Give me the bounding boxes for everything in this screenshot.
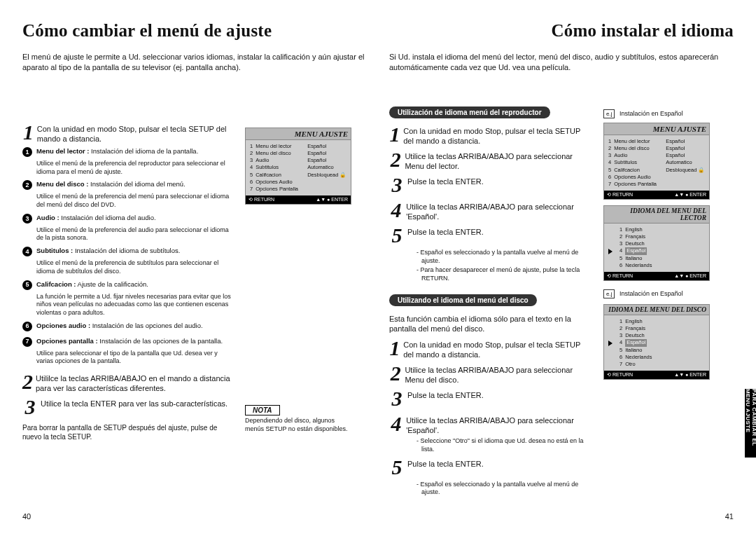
steps-b: 1Con la unidad en modo Stop, pulsar el t… (389, 336, 592, 436)
menu-row: 4SubtitulosAutomatico (250, 164, 346, 171)
step-text: Utilice la teclas ARRIBA/ABAJO para sele… (406, 198, 592, 222)
option-item: 1Menu del lector : Instalación del idiom… (22, 147, 232, 157)
intro-text: El menú de ajuste le permite a Ud. selec… (22, 52, 367, 73)
bullet-subtext: La función le permite a Ud. fijar nivele… (22, 293, 232, 317)
page-41: Cómo instalar el idioma Si Ud. instala e… (378, 0, 756, 536)
right-graphics: e.j Instalación en Español MENU AJUSTE1M… (603, 109, 722, 304)
page-number: 40 (22, 512, 31, 521)
option-item: 5Califcacion : Ajuste de la calificación… (22, 280, 232, 290)
step-1: 1 Con la unidad en modo Stop, pulsar el … (22, 121, 232, 144)
menu-row: 1Menu del lectorEspañol (250, 143, 346, 150)
notes-b2: - Español es seleccionado y la pantalla … (389, 481, 592, 497)
bullet-text: Opciones audio : Instalación de las opci… (36, 322, 203, 331)
panel-header: IDIOMA DEL MENU DEL LECTOR (604, 206, 709, 224)
step-text: Pulse la tecla ENTER. (407, 455, 484, 469)
menu-row: 6Opciones Audio (250, 179, 346, 186)
erase-note: Para borrar la pantalla de SETUP después… (22, 423, 232, 441)
section-tab: PARA CAMBIAR EL MENU AJUSTE (745, 389, 756, 458)
note-line: - Seleccione "Otro" si el idioma que Ud.… (413, 437, 592, 453)
menu-row: 4SubtitulosAutomatico (608, 159, 705, 166)
step-number: 5 (389, 455, 405, 479)
screen-idioma-disco: IDIOMA DEL MENU DEL DISCO1English2França… (603, 304, 710, 380)
notes-a: - Español es seleccionado y la pantalla … (389, 249, 592, 283)
option-list: 1Menu del lector : Instalación del idiom… (22, 147, 232, 366)
steps-a: 1Con la unidad en modo Stop, pulsar el t… (389, 123, 592, 247)
panel-header: MENU AJUSTE (246, 128, 351, 140)
bullet-number-icon: 6 (22, 322, 32, 331)
lang-row: 7Otro (608, 361, 705, 368)
ej-text: Instalación en Español (620, 290, 683, 297)
bullet-text: Subtitulos : Instalación del idioma de s… (36, 247, 180, 256)
manual-spread: Cómo cambiar el menú de ajuste El menú d… (0, 0, 756, 536)
bullet-number-icon: 7 (22, 337, 32, 347)
bullet-subtext: Utilice el menú de la preferencia del me… (22, 193, 232, 209)
menu-row: 3AudioEspañol (250, 157, 346, 164)
ej-row: e.j Instalación en Español (603, 109, 722, 118)
panel-footer: ⟲ RETURN▲▼ ● ENTER (604, 272, 709, 280)
step-number: 3 (22, 395, 38, 419)
step: 4Utilice la teclas ARRIBA/ABAJO para sel… (389, 198, 592, 222)
menu-row: 3AudioEspañol (608, 152, 705, 159)
step-text: Utililce la teclas ARRIBA/ABAJO en el ma… (36, 370, 232, 394)
intro-text: Si Ud. instala el idioma del menú del le… (389, 52, 734, 73)
step-text: Utilice la teclas ARRIBA/ABAJO para sele… (405, 362, 592, 385)
bullet-text: Audio : Instalación del idioma del audio… (36, 214, 156, 224)
bullet-subtext: Utilice para seleccionar el tipo de la p… (22, 350, 232, 366)
ej-badge: e.j (603, 109, 615, 118)
bullet-number-icon: 2 (22, 180, 32, 190)
page-40: Cómo cambiar el menú de ajuste El menú d… (0, 0, 378, 536)
menu-row: 5CalifcacionDesbloquead 🔒 (608, 167, 705, 174)
panel-header: MENU AJUSTE (604, 123, 709, 135)
step-text: Utilice la teclas ARRIBA/ABAJO para sele… (405, 148, 592, 172)
selection-marker-icon (608, 341, 612, 346)
ej-text: Instalación en Español (620, 110, 683, 117)
bullet-text: Opciones pantalla : Instalación de las o… (36, 337, 223, 347)
menu-row: 1Menu del lectorEspañol (608, 138, 705, 145)
step-number: 4 (389, 198, 403, 222)
step-2: 2 Utililce la teclas ARRIBA/ABAJO en el … (22, 370, 232, 394)
step-text: Pulse la tecla ENTER. (407, 224, 484, 238)
step-number: 1 (389, 336, 400, 360)
step-number: 1 (389, 123, 400, 146)
ej-badge: e.j (603, 289, 615, 298)
selection-marker-icon (608, 249, 612, 254)
lang-row: 5Italiano (608, 347, 705, 354)
step-number: 5 (389, 224, 405, 247)
page-title: Cómo instalar el idioma (389, 21, 734, 41)
step-number: 3 (389, 173, 405, 197)
step-5b: 5 Pulse la tecla ENTER. (389, 455, 592, 479)
step-text: Con la unidad en modo Stop, pulsar el te… (37, 121, 232, 144)
lang-row: 5Italiano (608, 255, 705, 262)
option-item: 2Menu del disco : Instalación del idioma… (22, 180, 232, 190)
step-text: Pulse la tecla ENTER. (407, 387, 484, 401)
menu-row: 7Opciones Pantalla (250, 186, 346, 193)
panel-footer: ⟲ RETURN▲▼ ● ENTER (604, 191, 709, 199)
note-line: - Español es seleccionado y la pantalla … (413, 481, 592, 497)
screen-menu-ajuste: MENU AJUSTE1Menu del lectorEspañol2Menu … (245, 128, 351, 205)
step-number: 2 (389, 148, 402, 172)
bullet-subtext: Utilice el menú de la preferencia del re… (22, 160, 232, 176)
step-number: 3 (389, 387, 405, 411)
notes-b: - Seleccione "Otro" si el idioma que Ud.… (389, 437, 592, 453)
section-pill: Utilizando el idioma del menú del disco (389, 294, 537, 306)
step: 1Con la unidad en modo Stop, pulsar el t… (389, 336, 592, 360)
lang-row: 2Français (608, 233, 705, 240)
bullet-number-icon: 4 (22, 247, 32, 256)
screen-idioma-lector: IDIOMA DEL MENU DEL LECTOR1English2Franç… (603, 205, 710, 281)
panel-footer: ⟲ RETURN▲▼ ● ENTER (604, 371, 709, 379)
note-line: - Para hacer desaparecer el menú de ajus… (413, 266, 592, 282)
menu-row: 5CalifcacionDesbloquead 🔒 (250, 172, 346, 179)
step-text: Utilice la teclas ARRIBA/ABAJO para sele… (406, 412, 592, 436)
left-column: 1 Con la unidad en modo Stop, pulsar el … (22, 119, 232, 441)
lang-row: 6Nederlands (608, 262, 705, 269)
bullet-text: Califcacion : Ajuste de la calificación. (36, 280, 148, 290)
lang-row: 3Deutsch (608, 240, 705, 247)
step-3: 3 Utilice la tecla ENTER para ver las su… (22, 395, 232, 419)
option-item: 4Subtitulos : Instalación del idioma de … (22, 247, 232, 256)
lang-row: 6Nederlands (608, 354, 705, 361)
panel-footer: ⟲ RETURN▲▼ ● ENTER (246, 195, 351, 204)
note-line: - Español es seleccionado y la pantalla … (413, 249, 592, 265)
step: 2Utilice la teclas ARRIBA/ABAJO para sel… (389, 148, 592, 172)
step: 4Utilice la teclas ARRIBA/ABAJO para sel… (389, 412, 592, 436)
panel-header: IDIOMA DEL MENU DEL DISCO (604, 305, 709, 315)
